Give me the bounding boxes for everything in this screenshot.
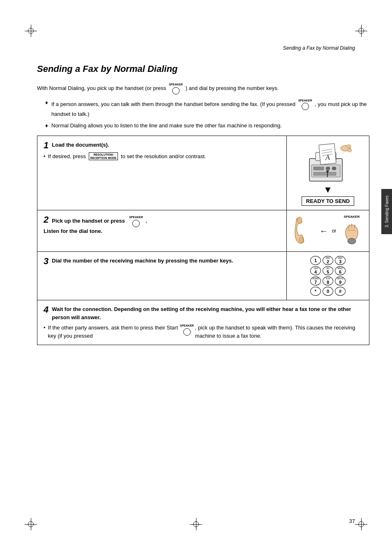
speaker-btn-bullet1: SPEAKER: [298, 99, 312, 111]
key-2-label: 2: [327, 259, 329, 264]
key-0-label: 0: [327, 289, 329, 294]
step-1-row: 1 Load the document(s). If desired, pres…: [37, 136, 369, 210]
or-text: or: [332, 228, 337, 234]
step-1-right: A ▼ READY: [287, 136, 369, 210]
step-2-header: 2 Pick up the handset or press SPEAKER .…: [44, 215, 280, 235]
speaker-hand-illustration: [340, 219, 363, 247]
speaker-circle-step4: [183, 328, 191, 336]
page-number: 37: [349, 518, 355, 524]
key-8: TUV 8: [323, 276, 333, 286]
step-1-header: 1 Load the document(s).: [44, 141, 280, 150]
step-4-row: 4 Wait for the connection. Depending on …: [37, 300, 369, 345]
key-9-sub: WXYZ: [337, 277, 343, 280]
speaker-button-inline-intro: SPEAKER: [169, 83, 183, 94]
speaker-btn-step2: SPEAKER: [129, 215, 143, 227]
step-4-number: 4: [44, 305, 48, 314]
key-0: 0: [323, 287, 333, 296]
ready-to-send-text: READY TO SEND: [306, 198, 350, 204]
step-4-bullet: If the other party answers, ask them to …: [44, 324, 363, 340]
corner-mark-tl: [25, 25, 37, 37]
keypad-row-2: GHI 4 JKL 5 MNO 6: [310, 266, 346, 275]
resolution-label: RESOLUTION/ RECEPTION MODE: [89, 152, 118, 160]
fax-machine-illustration: A: [297, 140, 359, 185]
key-7-sub: PQRS: [312, 277, 318, 280]
key-hash: #: [335, 287, 346, 296]
svg-point-18: [299, 237, 303, 243]
key-8-sub: TUV: [326, 277, 330, 280]
arrow-left-icon: ←: [320, 226, 328, 236]
corner-mark-br: [355, 518, 367, 530]
step-2-row: 2 Pick up the handset or press SPEAKER .…: [37, 210, 369, 252]
step-2-title: Pick up the handset or press SPEAKER .Li…: [44, 218, 147, 234]
keypad-row-3: PQRS 7 TUV 8 WXYZ 9: [310, 276, 346, 286]
key-5: JKL 5: [323, 266, 333, 275]
keypad-row-1: 1 ABC 2 DEF 3: [310, 256, 346, 265]
key-4-label: 4: [314, 269, 317, 274]
key-hash-label: #: [339, 289, 341, 294]
svg-rect-11: [314, 172, 336, 175]
key-1: 1: [310, 256, 321, 265]
keypad: 1 ABC 2 DEF 3 GHI 4: [310, 256, 346, 296]
page-title: Sending a Fax by Normal Dialing: [37, 64, 369, 74]
key-5-sub: JKL: [326, 267, 330, 269]
key-2: ABC 2: [323, 256, 333, 265]
intro-text-after: ) and dial by pressing the number keys.: [185, 85, 279, 91]
key-9-label: 9: [339, 280, 341, 285]
speaker-circle-step2: [132, 220, 140, 227]
bullet-item-1: If a person answers, you can talk with t…: [45, 99, 369, 118]
speaker-circle-b1: [302, 103, 309, 110]
intro-paragraph: With Normal Dialing, you pick up the han…: [37, 83, 369, 94]
steps-container: 1 Load the document(s). If desired, pres…: [37, 136, 369, 345]
key-5-label: 5: [327, 269, 329, 274]
step-4-bullet-text-1: If the other party answers, ask them to …: [48, 324, 179, 340]
key-3-label: 3: [339, 259, 341, 264]
speaker-hand-container: SPEAKER: [340, 215, 363, 247]
key-6-label: 6: [339, 269, 341, 274]
key-7-label: 7: [314, 280, 317, 285]
step-2-images: ← or SPEAKER: [291, 214, 365, 247]
speaker-lbl-step2: SPEAKER: [129, 215, 143, 220]
keypad-row-4: * 0 #: [310, 287, 346, 296]
intro-bullet-list: If a person answers, you can talk with t…: [45, 99, 369, 130]
step-2-left: 2 Pick up the handset or press SPEAKER .…: [37, 210, 287, 251]
chapter-tab-label: 3. Sending Faxes: [384, 196, 390, 228]
key-4-sub: GHI: [314, 267, 317, 269]
svg-rect-10: [332, 167, 336, 170]
bullet-item-2: Normal Dialing allows you to listen to t…: [45, 122, 369, 130]
handset-illustration: [293, 214, 316, 247]
ready-to-send-box: READY TO SEND: [302, 196, 354, 206]
speaker-label-intro: SPEAKER: [169, 83, 183, 87]
speaker-circle-intro: [172, 87, 180, 94]
step-1-bullet-text-before: If desired, press: [48, 152, 88, 161]
intro-text-before: With Normal Dialing, you pick up the han…: [37, 85, 166, 91]
bullet-1-text-before: If a person answers, you can talk with t…: [51, 101, 295, 107]
speaker-lbl-step4: SPEAKER: [180, 324, 194, 328]
resolution-label-line1: RESOLUTION/: [94, 153, 113, 157]
corner-mark-tr: [355, 25, 367, 37]
chapter-tab: 3. Sending Faxes: [381, 189, 392, 234]
bottom-center-mark: [190, 518, 202, 530]
step-1-bullet: If desired, press RESOLUTION/ RECEPTION …: [44, 152, 280, 161]
key-8-label: 8: [327, 280, 329, 285]
step-2-number: 2: [44, 215, 48, 224]
key-6-sub: MNO: [338, 267, 343, 269]
step-3-number: 3: [44, 257, 48, 266]
speaker-label-step2b: SPEAKER: [344, 215, 360, 219]
step-1-number: 1: [44, 141, 48, 150]
key-3-sub: DEF: [338, 257, 343, 259]
svg-point-14: [348, 149, 352, 152]
key-6: MNO 6: [335, 266, 346, 275]
svg-rect-9: [326, 167, 330, 170]
key-star-label: *: [315, 289, 316, 294]
svg-rect-8: [314, 167, 324, 170]
key-1-label: 1: [314, 258, 317, 263]
key-4: GHI 4: [310, 266, 321, 275]
speaker-lbl-b1: SPEAKER: [298, 99, 312, 103]
arrow-down: ▼: [323, 185, 332, 194]
step-1-title: Load the document(s).: [52, 142, 109, 148]
step-3-header: 3 Dial the number of the receiving machi…: [44, 257, 280, 266]
step-4-title: Wait for the connection. Depending on th…: [52, 306, 351, 320]
svg-point-17: [297, 217, 302, 223]
step-1-left: 1 Load the document(s). If desired, pres…: [37, 136, 287, 210]
step-1-bullet-text-after: to set the resolution and/or contrast.: [119, 152, 206, 161]
